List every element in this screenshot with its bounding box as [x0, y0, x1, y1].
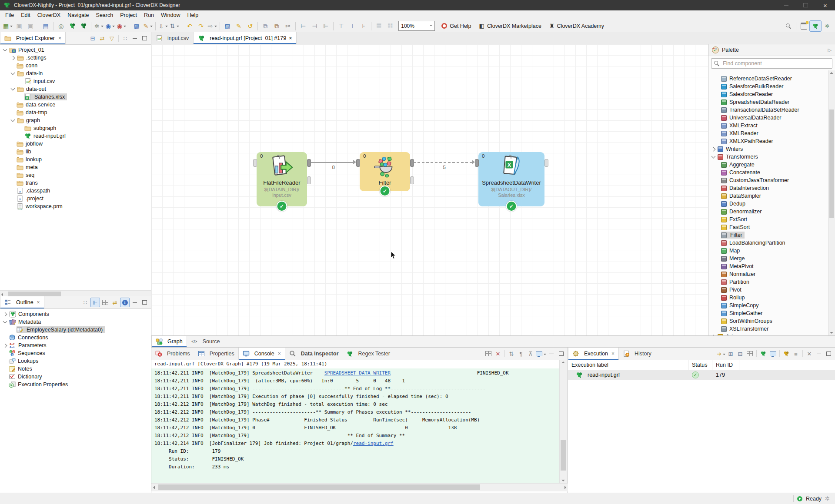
palette-item-normalizer[interactable]: Normalizer	[708, 270, 828, 278]
explorer-item-salaries-xlsx[interactable]: XSalaries.xlsx	[0, 93, 151, 101]
watch-button[interactable]: ✲	[93, 21, 104, 31]
validate-graph-button[interactable]: ◎	[55, 21, 67, 31]
output-port[interactable]	[410, 159, 414, 167]
clear-console-icon[interactable]: ✕	[494, 349, 502, 358]
explorer-item-data-tmp[interactable]: data-tmp	[0, 109, 151, 116]
explorer-item-jobflow[interactable]: jobflow	[0, 140, 151, 148]
outline-item-lookups[interactable]: Lookups	[0, 357, 151, 365]
align-right-button[interactable]: ⊩	[320, 21, 331, 31]
editor-tab-input.csv[interactable]: input.csv	[151, 32, 194, 44]
stop-icon[interactable]: ■	[792, 349, 800, 358]
subtab-source[interactable]: </>Source	[187, 336, 224, 347]
align-top-button[interactable]: ⊤	[335, 21, 347, 31]
palette-item-extsort[interactable]: ExtSort	[708, 216, 828, 223]
tab-execution[interactable]: Execution×	[568, 348, 619, 360]
link-editor-icon[interactable]: ⇄	[98, 34, 107, 43]
sync-icon[interactable]: ⇄	[110, 298, 119, 307]
input-port[interactable]	[253, 159, 257, 167]
tab-data-inspector[interactable]: Data Inspector	[285, 348, 343, 360]
tree-table-icon[interactable]	[745, 349, 754, 358]
graph-canvas[interactable]: 850FlatFileReader${DATAIN_DIR}/input.csv…	[151, 44, 708, 335]
tab-problems[interactable]: Problems	[151, 348, 194, 360]
display-console-icon[interactable]	[536, 349, 546, 358]
explorer-item-subgraph[interactable]: subgraph	[0, 124, 151, 132]
twistie-icon[interactable]	[11, 56, 15, 60]
menu-navigate[interactable]: Navigate	[64, 11, 92, 19]
academy-link[interactable]: ♜CloverDX Academy	[545, 23, 608, 29]
lasso-button[interactable]: ↺	[244, 21, 256, 31]
palette-item-xsltransformer[interactable]: XSLTransformer	[708, 325, 828, 333]
explorer-item-graph[interactable]: graph	[0, 116, 151, 124]
align-left-button[interactable]: ⊢	[297, 21, 309, 31]
outline-item-notes[interactable]: Notes	[0, 365, 151, 373]
palette-item-pivot[interactable]: Pivot	[708, 286, 828, 294]
explorer-item-data-out[interactable]: data-out	[0, 85, 151, 93]
palette-item-sortwithingroups[interactable]: SortWithinGroups	[708, 317, 828, 325]
close-icon[interactable]: ×	[37, 299, 40, 305]
outline-item-parameters[interactable]: X=YA=1Parameters	[0, 342, 151, 349]
run-configurations-button[interactable]: ◉	[104, 21, 116, 31]
zoom-level-select[interactable]: 100%	[398, 21, 435, 31]
menu-search[interactable]: Search	[93, 11, 117, 19]
palette-item-writers[interactable]: Writers	[708, 145, 828, 153]
background-jobs-icon[interactable]: ✲	[825, 495, 830, 502]
show-console-icon[interactable]	[768, 349, 777, 358]
explorer-item-trans[interactable]: trans	[0, 179, 151, 187]
open-perspective-icon[interactable]	[798, 21, 809, 31]
maximize-icon[interactable]	[140, 298, 149, 307]
console-hscrollbar[interactable]	[151, 483, 568, 491]
twistie-icon[interactable]	[3, 343, 7, 348]
output-port[interactable]	[307, 159, 311, 167]
menu-cloverdx[interactable]: CloverDX	[34, 11, 64, 19]
input-port[interactable]	[356, 159, 360, 167]
outline-item-execution-properties[interactable]: Execution Properties	[0, 381, 151, 388]
palette-item-xmlreader[interactable]: XMLReader	[708, 129, 828, 137]
debug-perspective-icon[interactable]: ✲	[822, 21, 833, 31]
menu-window[interactable]: Window	[157, 11, 184, 19]
explorer-item--project[interactable]: x.project	[0, 195, 151, 202]
external-tools-button[interactable]: ▩	[131, 21, 142, 31]
palette-item-customjavatransformer[interactable]: CustomJavaTransformer	[708, 176, 828, 184]
info-icon[interactable]	[120, 298, 130, 307]
expand-all-icon[interactable]: ⊞	[726, 349, 735, 358]
close-icon[interactable]: ×	[278, 351, 281, 357]
menu-help[interactable]: Help	[184, 11, 202, 19]
open-in-designer-icon[interactable]	[759, 349, 768, 358]
hierarchy-button[interactable]: ⇅	[169, 21, 180, 31]
execution-row[interactable]: read-input.grf✓179	[568, 370, 835, 380]
console-vscrollbar[interactable]	[559, 360, 568, 483]
align-center-button[interactable]: ⊣	[309, 21, 320, 31]
run-graph-button[interactable]	[67, 21, 78, 31]
palette-search[interactable]	[711, 58, 832, 69]
palette-item-transformers[interactable]: Transformers	[708, 153, 828, 161]
palette-item-map[interactable]: Map	[708, 247, 828, 255]
tree-mode-icon[interactable]: ⊫	[90, 298, 100, 307]
component-filter[interactable]: 0Filter✓	[360, 152, 410, 191]
palette-item-concatenate[interactable]: Concatenate	[708, 169, 828, 176]
align-bottom-button[interactable]: ⊦	[358, 21, 369, 31]
maximize-icon[interactable]	[557, 349, 565, 358]
collapse-all-icon[interactable]: ⊟	[736, 349, 745, 358]
edit-graph-button[interactable]: ▨	[222, 21, 233, 31]
tab-outline[interactable]: Outline ×	[0, 296, 44, 308]
align-middle-button[interactable]: ⊥	[347, 21, 358, 31]
outline-item-employeesalary-id-metadata0-[interactable]: EmployeeSalary (id:Metadata0)	[0, 326, 151, 334]
undo-button[interactable]: ↶	[184, 21, 195, 31]
palette-collapse-icon[interactable]: ▷	[828, 47, 832, 53]
scroll-lock-icon[interactable]: ⇅	[507, 349, 516, 358]
console-link[interactable]: SPREADSHEET DATA WRITER	[324, 370, 391, 376]
palette-item-merge[interactable]: Merge	[708, 255, 828, 262]
menu-run[interactable]: Run	[140, 11, 157, 19]
twistie-icon[interactable]	[11, 71, 15, 75]
save-all-button[interactable]: ▣	[25, 21, 36, 31]
tab-properties[interactable]: Properties	[194, 348, 238, 360]
explorer-item-seq[interactable]: seq	[0, 171, 151, 179]
explorer-item-data-in[interactable]: data-in	[0, 70, 151, 77]
explorer-item-lookup[interactable]: lookup	[0, 156, 151, 163]
open-graph-log-button[interactable]: ▤	[40, 21, 51, 31]
twistie-icon[interactable]	[3, 47, 7, 52]
maximize-icon[interactable]	[140, 34, 149, 43]
palette-item-salesforcebulkreader[interactable]: SalesforceBulkReader	[708, 83, 828, 90]
minimize-icon[interactable]	[130, 298, 139, 307]
word-wrap-icon[interactable]: ¶	[517, 349, 525, 358]
